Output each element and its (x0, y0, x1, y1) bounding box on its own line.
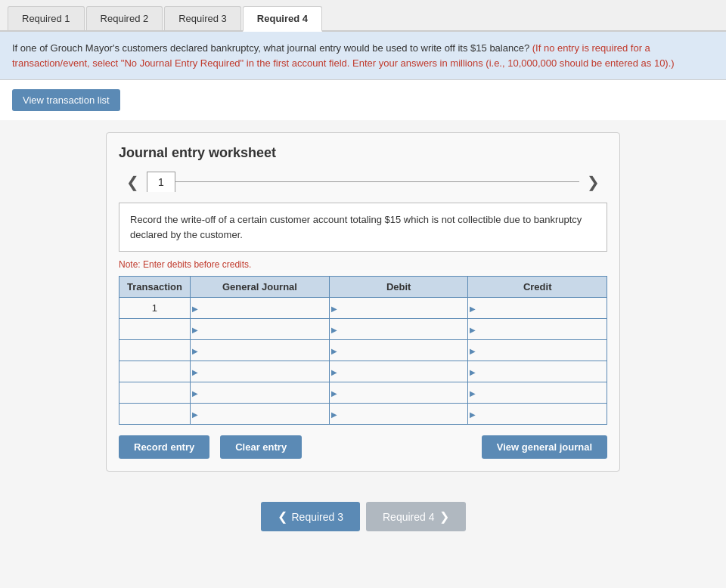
table-row (119, 404, 607, 425)
journal-table: Transaction General Journal Debit Credit… (119, 276, 607, 425)
table-row (119, 361, 607, 382)
tab-required-1[interactable]: Required 1 (8, 6, 85, 30)
clear-entry-button[interactable]: Clear entry (220, 435, 302, 459)
transaction-cell (119, 319, 191, 340)
prev-nav-button[interactable]: ❮ Required 3 (261, 502, 361, 531)
credit-cell[interactable] (468, 361, 607, 382)
debit-input[interactable] (330, 319, 467, 339)
debit-input[interactable] (330, 298, 467, 318)
transaction-cell (119, 404, 191, 425)
credit-input[interactable] (468, 382, 607, 403)
transaction-cell: 1 (119, 298, 191, 319)
transaction-cell (119, 382, 191, 404)
debit-input[interactable] (330, 382, 467, 403)
prev-arrow-icon: ❮ (278, 509, 287, 524)
bottom-nav: ❮ Required 3 Required 4 ❯ (0, 484, 726, 543)
worksheet-card: Journal entry worksheet ❮ 1 ❯ Record the… (106, 132, 620, 472)
col-general-journal: General Journal (190, 277, 329, 298)
credit-input[interactable] (468, 361, 607, 382)
worksheet-title: Journal entry worksheet (119, 145, 607, 161)
prev-nav-label: Required 3 (292, 511, 344, 523)
credit-input[interactable] (468, 298, 607, 318)
description-box: Record the write-off of a certain custom… (119, 203, 607, 252)
next-nav-label: Required 4 (383, 511, 435, 523)
debit-input[interactable] (330, 361, 467, 382)
prev-page-arrow[interactable]: ❮ (119, 173, 147, 191)
general-journal-input[interactable] (191, 382, 329, 403)
credit-input[interactable] (468, 404, 607, 424)
credit-input[interactable] (468, 319, 607, 339)
next-page-arrow[interactable]: ❯ (579, 173, 607, 191)
main-content: Journal entry worksheet ❮ 1 ❯ Record the… (0, 120, 726, 484)
table-row (119, 340, 607, 361)
debit-cell[interactable] (330, 361, 468, 382)
general-journal-cell[interactable] (190, 361, 329, 382)
general-journal-cell[interactable] (190, 319, 329, 340)
note-text: Note: Enter debits before credits. (119, 259, 607, 270)
general-journal-input[interactable] (191, 404, 329, 424)
credit-cell[interactable] (468, 298, 607, 319)
table-row (119, 382, 607, 404)
general-journal-input[interactable] (191, 361, 329, 382)
page-tab-line (175, 181, 579, 182)
col-transaction: Transaction (119, 277, 191, 298)
col-credit: Credit (468, 277, 607, 298)
general-journal-cell[interactable] (190, 340, 329, 361)
table-row: 1 (119, 298, 607, 319)
table-header-row: Transaction General Journal Debit Credit (119, 277, 607, 298)
general-journal-input[interactable] (191, 298, 329, 318)
general-journal-input[interactable] (191, 340, 329, 361)
pagination-row: ❮ 1 ❯ (119, 172, 607, 192)
debit-input[interactable] (330, 404, 467, 424)
general-journal-cell[interactable] (190, 382, 329, 404)
tab-required-2[interactable]: Required 2 (86, 6, 163, 30)
table-row (119, 319, 607, 340)
info-main-text: If one of Grouch Mayor's customers decla… (12, 42, 529, 54)
info-banner: If one of Grouch Mayor's customers decla… (0, 32, 726, 80)
credit-input[interactable] (468, 340, 607, 361)
debit-cell[interactable] (330, 340, 468, 361)
debit-cell[interactable] (330, 382, 468, 404)
transaction-cell (119, 340, 191, 361)
credit-cell[interactable] (468, 340, 607, 361)
tab-required-3[interactable]: Required 3 (164, 6, 241, 30)
view-transaction-list-button[interactable]: View transaction list (12, 89, 120, 111)
tabs-bar: Required 1 Required 2 Required 3 Require… (0, 0, 726, 32)
transaction-cell (119, 361, 191, 382)
toolbar: View transaction list (0, 80, 726, 120)
tab-required-4[interactable]: Required 4 (243, 6, 322, 32)
next-nav-button[interactable]: Required 4 ❯ (366, 502, 466, 531)
debit-cell[interactable] (330, 404, 468, 425)
page-tab-number[interactable]: 1 (147, 172, 175, 192)
view-general-journal-button[interactable]: View general journal (482, 435, 607, 459)
action-row: Record entry Clear entry View general jo… (119, 435, 607, 459)
record-entry-button[interactable]: Record entry (119, 435, 209, 459)
credit-cell[interactable] (468, 382, 607, 404)
general-journal-cell[interactable] (190, 404, 329, 425)
debit-input[interactable] (330, 340, 467, 361)
debit-cell[interactable] (330, 319, 468, 340)
credit-cell[interactable] (468, 319, 607, 340)
credit-cell[interactable] (468, 404, 607, 425)
col-debit: Debit (330, 277, 468, 298)
debit-cell[interactable] (330, 298, 468, 319)
general-journal-input[interactable] (191, 319, 329, 339)
next-arrow-icon: ❯ (439, 509, 449, 524)
general-journal-cell[interactable] (190, 298, 329, 319)
